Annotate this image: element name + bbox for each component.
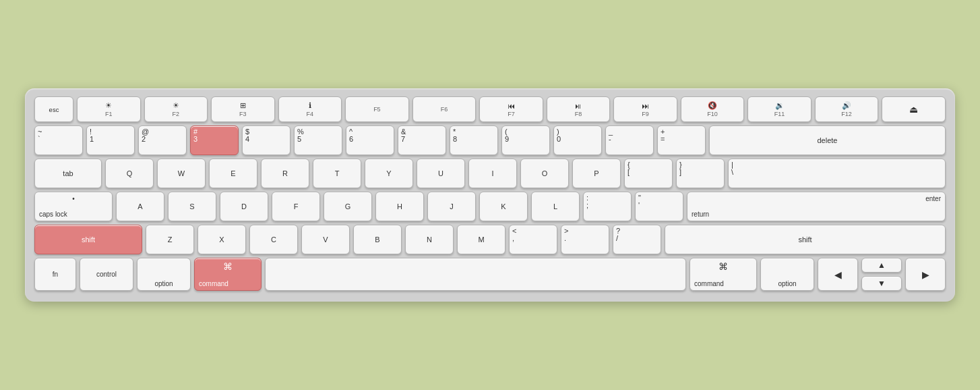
key-o[interactable]: O: [520, 159, 569, 188]
key-n[interactable]: N: [405, 225, 454, 254]
key-eject[interactable]: ⏏: [882, 96, 946, 122]
keyboard: esc ☀ F1 ☀ F2 ⊞ F3 ℹ F4: [25, 88, 955, 302]
key-arrow-down[interactable]: ▼: [861, 276, 902, 291]
key-backslash[interactable]: | \: [728, 159, 946, 188]
key-slash[interactable]: ? /: [613, 225, 661, 254]
key-f9[interactable]: ⏭ F9: [613, 96, 677, 122]
key-f2[interactable]: ☀ F2: [144, 96, 208, 122]
key-1[interactable]: ! 1: [86, 126, 135, 155]
key-f11[interactable]: 🔉 F11: [747, 96, 811, 122]
key-comma[interactable]: < ,: [509, 225, 557, 254]
key-quote[interactable]: " ': [635, 192, 683, 221]
key-f1[interactable]: ☀ F1: [77, 96, 141, 122]
key-u[interactable]: U: [417, 159, 465, 188]
key-f12[interactable]: 🔊 F12: [815, 96, 879, 122]
key-k[interactable]: K: [479, 192, 528, 221]
key-command-left[interactable]: ⌘ command: [194, 258, 262, 291]
key-2[interactable]: @ 2: [138, 126, 187, 155]
key-y[interactable]: Y: [365, 159, 413, 188]
key-f10[interactable]: 🔇 F10: [681, 96, 745, 122]
key-f8[interactable]: ⏯ F8: [547, 96, 611, 122]
key-f3[interactable]: ⊞ F3: [211, 96, 275, 122]
key-rbracket[interactable]: } ]: [676, 159, 725, 188]
key-f7[interactable]: ⏮ F7: [479, 96, 543, 122]
key-period[interactable]: > .: [561, 225, 609, 254]
key-c[interactable]: C: [249, 225, 298, 254]
key-v[interactable]: V: [301, 225, 350, 254]
key-x[interactable]: X: [197, 225, 246, 254]
function-key-row: esc ☀ F1 ☀ F2 ⊞ F3 ℹ F4: [34, 96, 946, 122]
key-enter[interactable]: enter return: [687, 192, 946, 221]
key-q[interactable]: Q: [105, 159, 154, 188]
key-esc[interactable]: esc: [34, 96, 73, 122]
key-i[interactable]: I: [468, 159, 517, 188]
asdf-row: • caps lock A S D F G H J K L : ; " ' en…: [34, 192, 946, 221]
key-p[interactable]: P: [572, 159, 621, 188]
key-8[interactable]: * 8: [450, 126, 498, 155]
key-t[interactable]: T: [313, 159, 361, 188]
key-command-right[interactable]: ⌘ command: [690, 258, 757, 291]
key-f5[interactable]: F5: [345, 96, 409, 122]
key-capslock[interactable]: • caps lock: [34, 192, 113, 221]
key-f4[interactable]: ℹ F4: [278, 96, 342, 122]
key-4[interactable]: $ 4: [242, 126, 290, 155]
key-semicolon[interactable]: : ;: [583, 192, 632, 221]
key-a[interactable]: A: [116, 192, 164, 221]
key-control[interactable]: control: [80, 258, 133, 291]
key-tilde[interactable]: ~ `: [34, 126, 83, 155]
key-h[interactable]: H: [375, 192, 424, 221]
arrow-up-down-group: ▲ ▼: [861, 258, 902, 291]
key-w[interactable]: W: [157, 159, 206, 188]
key-7[interactable]: & 7: [398, 126, 446, 155]
key-g[interactable]: G: [324, 192, 372, 221]
key-arrow-up[interactable]: ▲: [861, 258, 902, 273]
key-lbracket[interactable]: { [: [624, 159, 673, 188]
key-m[interactable]: M: [457, 225, 506, 254]
key-f6[interactable]: F6: [412, 96, 477, 122]
key-equal[interactable]: + =: [657, 126, 706, 155]
key-option-left[interactable]: option: [137, 258, 191, 291]
key-e[interactable]: E: [209, 159, 257, 188]
key-b[interactable]: B: [353, 225, 402, 254]
key-shift-right[interactable]: shift: [665, 225, 946, 254]
qwerty-row: tab Q W E R T Y U I O P { [ } ] | \: [34, 159, 946, 188]
key-6[interactable]: ^ 6: [346, 126, 394, 155]
key-s[interactable]: S: [168, 192, 216, 221]
key-shift-left[interactable]: shift: [34, 225, 142, 254]
key-0[interactable]: ) 0: [553, 126, 602, 155]
key-5[interactable]: % 5: [294, 126, 342, 155]
shift-row: shift Z X C V B N M < , > . ? / shif: [34, 225, 946, 254]
key-tab[interactable]: tab: [34, 159, 102, 188]
key-arrow-left[interactable]: ◀: [818, 258, 858, 291]
key-space[interactable]: [265, 258, 686, 291]
key-delete[interactable]: delete: [709, 126, 946, 155]
key-option-right[interactable]: option: [760, 258, 814, 291]
key-j[interactable]: J: [427, 192, 476, 221]
key-z[interactable]: Z: [146, 225, 194, 254]
key-d[interactable]: D: [220, 192, 268, 221]
key-3[interactable]: # 3: [190, 126, 239, 155]
key-fn[interactable]: fn: [34, 258, 76, 291]
key-f[interactable]: F: [272, 192, 320, 221]
key-minus[interactable]: _ -: [605, 126, 654, 155]
key-arrow-right[interactable]: ▶: [905, 258, 946, 291]
key-r[interactable]: R: [261, 159, 309, 188]
bottom-row: fn control option ⌘ command ⌘ command op…: [34, 258, 946, 291]
key-l[interactable]: L: [531, 192, 580, 221]
key-9[interactable]: ( 9: [501, 126, 550, 155]
number-row: ~ ` ! 1 @ 2 # 3 $ 4: [34, 126, 946, 155]
